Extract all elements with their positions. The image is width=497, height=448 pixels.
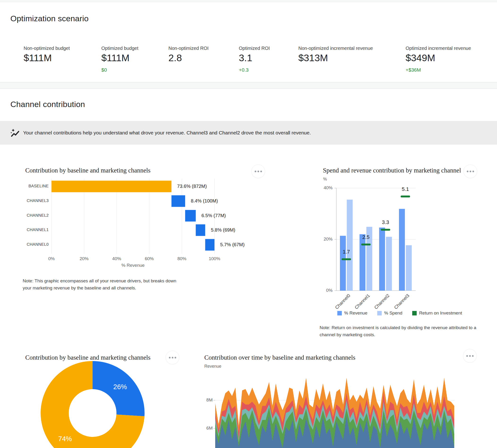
donut-more-options-button[interactable] (166, 351, 179, 364)
kpi-value: $111M (101, 52, 129, 64)
kpi-label: Optimized incremental revenue (405, 46, 471, 51)
more-options-icon (472, 171, 474, 172)
more-options-icon (255, 171, 256, 172)
kpi-label: Optimized budget (101, 46, 139, 51)
legend-label: % Revenue (344, 310, 367, 316)
kpi-label: Non-optimized incremental revenue (298, 46, 373, 51)
legend-label: Return on Investment (419, 310, 462, 316)
area-more-options-button[interactable] (463, 349, 477, 363)
more-options-icon (257, 171, 259, 172)
more-options-icon (469, 355, 471, 357)
top-strip (0, 0, 497, 2)
more-options-icon (472, 355, 474, 357)
channel-contribution-title: Channel contribution (10, 100, 85, 109)
donut-chart-title: Contribution by baseline and marketing c… (25, 354, 151, 361)
revenue-swatch (337, 311, 342, 315)
dashboard-page: Optimization scenario Non-optimized budg… (0, 0, 497, 448)
legend-item-revenue: % Revenue (337, 310, 367, 316)
insights-trend-icon (10, 128, 20, 138)
spend-revenue-y-unit: % (323, 177, 327, 182)
area-chart-title: Contribution over time by baseline and m… (204, 354, 356, 361)
kpi-delta: +0.3 (239, 67, 248, 73)
kpi-label: Non-optimized ROI (169, 46, 209, 51)
spend-revenue-more-options-button[interactable] (464, 164, 477, 178)
kpi-value: $349M (405, 52, 435, 64)
legend-item-spend: % Spend (377, 310, 402, 316)
more-options-icon (470, 171, 471, 172)
more-options-icon (169, 357, 171, 358)
waterfall-chart-title: Contribution by baseline and marketing c… (25, 167, 151, 174)
kpi-value: $111M (24, 52, 52, 64)
kpi-value: 2.8 (169, 52, 182, 64)
more-options-icon (172, 357, 173, 358)
waterfall-more-options-button[interactable] (251, 164, 265, 178)
spend-revenue-chart-title: Spend and revenue contribution by market… (323, 167, 461, 174)
spend-swatch (377, 311, 382, 315)
insight-banner: Your channel contributions help you unde… (0, 121, 497, 144)
kpi-value: 3.1 (239, 52, 252, 64)
kpi-delta: +$36M (405, 67, 421, 73)
legend-item-roi: Return on Investment (412, 310, 462, 316)
insight-text: Your channel contributions help you unde… (23, 130, 311, 136)
spend-revenue-note: Note: Return on investment is calculated… (320, 324, 485, 338)
more-options-icon (466, 355, 468, 357)
kpi-label: Optimized ROI (239, 46, 270, 51)
optimization-title: Optimization scenario (10, 14, 89, 23)
kpi-delta: $0 (101, 67, 107, 73)
more-options-icon (260, 171, 262, 172)
more-options-icon (467, 171, 468, 172)
spend-revenue-legend: % Revenue % Spend Return on Investment (337, 310, 462, 316)
legend-label: % Spend (384, 310, 402, 316)
more-options-icon (174, 357, 176, 358)
kpi-value: $313M (298, 52, 328, 64)
area-y-axis-label: Revenue (204, 364, 221, 369)
roi-swatch (412, 311, 417, 315)
card-divider (0, 82, 497, 89)
waterfall-note: Note: This graphic encompasses all of yo… (23, 277, 186, 292)
kpi-label: Non-optimized budget (24, 46, 70, 51)
